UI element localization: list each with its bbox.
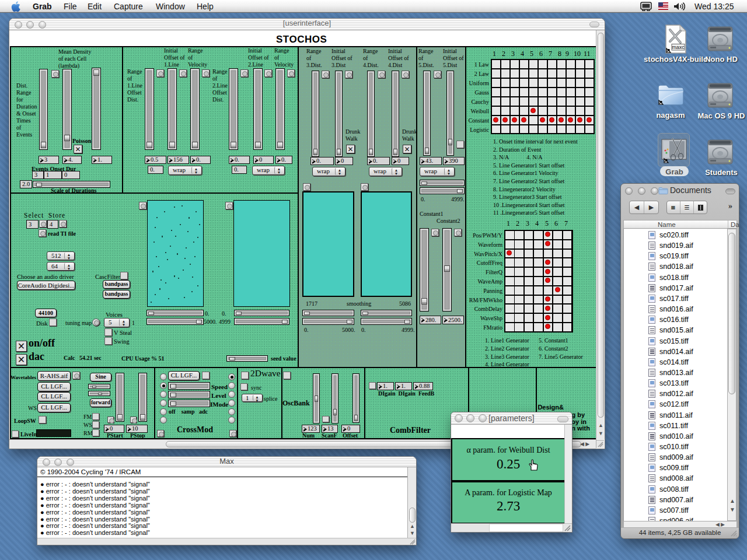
svg-text:maxc: maxc: [672, 44, 685, 50]
